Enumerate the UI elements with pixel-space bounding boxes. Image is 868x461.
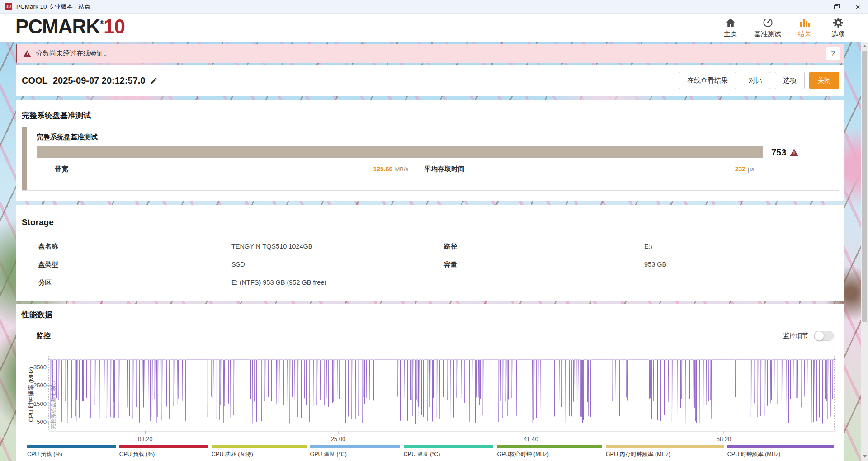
legend-item: CPU 温度 (°C) bbox=[404, 445, 494, 458]
path-label: 路径 bbox=[444, 242, 644, 251]
bar-chart-icon bbox=[799, 16, 810, 28]
nav-benchmarks[interactable]: 基准测试 bbox=[754, 16, 781, 38]
nav-home-label: 主页 bbox=[724, 30, 737, 38]
drive-name-value: TENGYIN TQS510 1024GB bbox=[231, 243, 444, 250]
logo-number: 10 bbox=[104, 15, 125, 38]
scrollbar[interactable] bbox=[861, 42, 868, 461]
gear-icon bbox=[833, 16, 844, 28]
window-titlebar: 10 PCMark 10 专业版本 - 站点 bbox=[0, 0, 868, 14]
storage-row: 盘类型 SSD 容量 953 GB bbox=[16, 255, 844, 273]
legend-item: GPU 负载 (%) bbox=[119, 445, 208, 458]
legend-swatch bbox=[727, 445, 834, 448]
options-button[interactable]: 选项 bbox=[775, 72, 805, 89]
logo-text: PCMARK bbox=[15, 15, 100, 38]
performance-section-card: 性能数据 监控 监控细节 CPU 时钟频率 (MHz)3500250015005… bbox=[16, 304, 844, 461]
bandwidth-label: 带宽 bbox=[55, 165, 68, 174]
nav-options-label: 选项 bbox=[831, 30, 845, 38]
path-value: E:\ bbox=[644, 243, 844, 250]
legend-item: GPU 内存时钟频率 (MHz) bbox=[606, 445, 724, 458]
warning-text: 分数尚未经过在线验证。 bbox=[36, 49, 110, 58]
window-title: PCMark 10 专业版本 - 站点 bbox=[16, 3, 90, 11]
result-header-card: COOL_2025-09-07 20:12:57.0 在线查看结果 对比 选项 … bbox=[16, 65, 844, 96]
legend-swatch bbox=[606, 445, 724, 448]
edit-pencil-icon[interactable] bbox=[150, 77, 158, 85]
svg-text:2500: 2500 bbox=[33, 382, 47, 389]
close-result-button[interactable]: 关闭 bbox=[809, 72, 839, 89]
result-title: COOL_2025-09-07 20:12:57.0 bbox=[22, 75, 146, 86]
drive-type-value: SSD bbox=[231, 261, 444, 268]
score-warning-icon[interactable] bbox=[790, 148, 798, 156]
score-value: 753 bbox=[771, 147, 786, 158]
benchmark-score-card: 完整系统盘基准测试 753 带宽 125.66 MB/s bbox=[22, 127, 839, 191]
legend-swatch bbox=[27, 445, 116, 448]
access-time-value: 232 bbox=[735, 165, 745, 173]
nav-options[interactable]: 选项 bbox=[828, 16, 848, 38]
storage-row: 盘名称 TENGYIN TQS510 1024GB 路径 E:\ bbox=[16, 237, 844, 255]
scrollbar-thumb[interactable] bbox=[862, 51, 867, 322]
benchmark-section-card: 完整系统盘基准测试 完整系统盘基准测试 753 带宽 bbox=[16, 100, 844, 201]
capacity-value: 953 GB bbox=[644, 261, 844, 268]
legend-swatch bbox=[497, 445, 602, 448]
app-icon: 10 bbox=[5, 3, 12, 10]
access-time-label: 平均存取时间 bbox=[424, 165, 465, 174]
svg-text:完整系统盘基准测试: 完整系统盘基准测试 bbox=[50, 381, 57, 429]
bandwidth-unit: MB/s bbox=[395, 166, 408, 173]
performance-title: 性能数据 bbox=[16, 304, 844, 320]
legend-item: CPU 负载 (%) bbox=[27, 445, 116, 458]
capacity-label: 容量 bbox=[444, 260, 644, 269]
svg-text:08:20: 08:20 bbox=[138, 436, 153, 442]
legend-item: GPU 温度 (°C) bbox=[310, 445, 400, 458]
svg-text:58:20: 58:20 bbox=[717, 436, 731, 442]
gauge-icon bbox=[762, 16, 773, 28]
svg-text:CPU 时钟频率 (MHz): CPU 时钟频率 (MHz) bbox=[28, 367, 34, 422]
svg-text:1500: 1500 bbox=[33, 400, 47, 407]
main-nav: 主页 基准测试 结果 bbox=[721, 16, 848, 38]
score-bar bbox=[37, 146, 763, 158]
partition-label: 分区 bbox=[38, 278, 231, 287]
legend-item: CPU 时钟频率 (MHz) bbox=[727, 445, 834, 458]
scrollbar-down-arrow[interactable] bbox=[861, 453, 868, 460]
help-button[interactable]: ? bbox=[826, 47, 840, 61]
drive-type-label: 盘类型 bbox=[38, 260, 231, 269]
legend-item: GPU核心时钟 (MHz) bbox=[497, 445, 602, 458]
svg-text:41:40: 41:40 bbox=[524, 436, 538, 442]
close-button[interactable] bbox=[847, 0, 868, 14]
access-time-unit: µs bbox=[748, 166, 754, 173]
benchmark-section-title: 完整系统盘基准测试 bbox=[16, 100, 844, 121]
chart-legend: CPU 负载 (%) GPU 负载 (%) CPU 功耗 (瓦特) GPU 温度… bbox=[27, 445, 834, 458]
app-header: PCMARK®10 主页 基准测试 结果 bbox=[0, 14, 868, 42]
storage-row: 分区 E: (NTFS) 953 GB (952 GB free) bbox=[16, 273, 844, 292]
monitoring-detail-toggle[interactable] bbox=[814, 331, 834, 341]
cpu-clock-chart: CPU 时钟频率 (MHz)350025001500500完整系统盘基准测试08… bbox=[27, 354, 841, 445]
minimize-button[interactable] bbox=[806, 0, 826, 14]
validation-warning-banner: 分数尚未经过在线验证。 ? bbox=[16, 44, 844, 63]
score-accent-stripe bbox=[22, 127, 27, 190]
legend-swatch bbox=[310, 445, 400, 448]
desktop-wallpaper: 分数尚未经过在线验证。 ? COOL_2025-09-07 20:12:57.0… bbox=[0, 42, 868, 461]
svg-text:25:00: 25:00 bbox=[331, 436, 346, 442]
partition-value: E: (NTFS) 953 GB (952 GB free) bbox=[231, 279, 444, 286]
nav-home[interactable]: 主页 bbox=[721, 16, 741, 38]
storage-title: Storage bbox=[16, 205, 844, 227]
legend-swatch bbox=[212, 445, 307, 448]
toggle-knob bbox=[814, 331, 824, 341]
maximize-button[interactable] bbox=[826, 0, 847, 14]
monitoring-detail-label: 监控细节 bbox=[783, 332, 808, 340]
svg-text:500: 500 bbox=[37, 419, 47, 425]
svg-text:3500: 3500 bbox=[33, 364, 47, 371]
drive-name-label: 盘名称 bbox=[38, 242, 231, 251]
logo-registered-mark: ® bbox=[100, 19, 104, 26]
nav-results[interactable]: 结果 bbox=[795, 16, 815, 38]
scrollbar-up-arrow[interactable] bbox=[861, 42, 868, 50]
warning-triangle-icon bbox=[23, 50, 31, 57]
benchmark-card-title: 完整系统盘基准测试 bbox=[37, 133, 834, 141]
legend-swatch bbox=[404, 445, 494, 448]
nav-results-label: 结果 bbox=[798, 30, 811, 38]
compare-button[interactable]: 对比 bbox=[741, 72, 770, 89]
home-icon bbox=[725, 16, 736, 28]
legend-swatch bbox=[119, 445, 208, 448]
view-online-button[interactable]: 在线查看结果 bbox=[679, 72, 736, 89]
legend-item: CPU 功耗 (瓦特) bbox=[212, 445, 307, 458]
monitoring-subtitle: 监控 bbox=[36, 331, 51, 341]
bandwidth-value: 125.66 bbox=[373, 165, 393, 173]
